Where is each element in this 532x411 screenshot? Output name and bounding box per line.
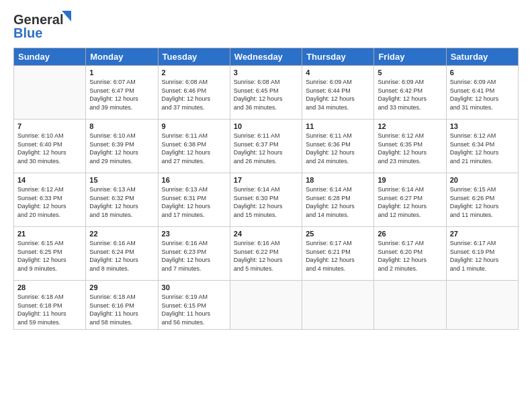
- day-number: 26: [378, 230, 442, 238]
- day-info: Sunrise: 6:15 AM Sunset: 6:26 PM Dayligh…: [450, 185, 515, 219]
- calendar-cell: [14, 66, 86, 120]
- calendar-cell: 3Sunrise: 6:08 AM Sunset: 6:45 PM Daylig…: [230, 66, 302, 120]
- logo: GeneralBlue: [13, 11, 74, 41]
- calendar-cell: 6Sunrise: 6:09 AM Sunset: 6:41 PM Daylig…: [446, 66, 518, 120]
- calendar: SundayMondayTuesdayWednesdayThursdayFrid…: [13, 48, 519, 330]
- day-info: Sunrise: 6:10 AM Sunset: 6:40 PM Dayligh…: [17, 132, 82, 165]
- day-info: Sunrise: 6:13 AM Sunset: 6:32 PM Dayligh…: [89, 185, 154, 219]
- col-header-monday: Monday: [86, 48, 158, 66]
- calendar-header-row: SundayMondayTuesdayWednesdayThursdayFrid…: [14, 48, 519, 66]
- day-info: Sunrise: 6:09 AM Sunset: 6:44 PM Dayligh…: [306, 78, 370, 111]
- calendar-cell: 9Sunrise: 6:11 AM Sunset: 6:38 PM Daylig…: [158, 120, 230, 173]
- day-number: 15: [89, 176, 154, 184]
- page: GeneralBlue SundayMondayTuesdayWednesday…: [0, 0, 532, 411]
- calendar-cell: 19Sunrise: 6:14 AM Sunset: 6:27 PM Dayli…: [374, 173, 446, 227]
- day-number: 7: [17, 122, 82, 130]
- col-header-sunday: Sunday: [14, 48, 86, 66]
- svg-text:General: General: [13, 12, 63, 27]
- day-number: 4: [306, 68, 370, 77]
- calendar-cell: 25Sunrise: 6:17 AM Sunset: 6:21 PM Dayli…: [302, 227, 374, 281]
- day-info: Sunrise: 6:16 AM Sunset: 6:23 PM Dayligh…: [162, 239, 226, 273]
- day-number: 24: [234, 230, 298, 238]
- calendar-cell: 8Sunrise: 6:10 AM Sunset: 6:39 PM Daylig…: [86, 120, 158, 173]
- day-number: 19: [378, 176, 442, 184]
- day-info: Sunrise: 6:08 AM Sunset: 6:46 PM Dayligh…: [162, 78, 226, 111]
- calendar-cell: 26Sunrise: 6:17 AM Sunset: 6:20 PM Dayli…: [374, 227, 446, 281]
- day-number: 20: [450, 176, 515, 184]
- day-number: 16: [162, 176, 226, 184]
- calendar-cell: 23Sunrise: 6:16 AM Sunset: 6:23 PM Dayli…: [158, 227, 230, 281]
- calendar-cell: 27Sunrise: 6:17 AM Sunset: 6:19 PM Dayli…: [446, 227, 518, 281]
- day-info: Sunrise: 6:18 AM Sunset: 6:16 PM Dayligh…: [89, 293, 154, 326]
- day-number: 21: [17, 230, 82, 238]
- calendar-cell: 12Sunrise: 6:12 AM Sunset: 6:35 PM Dayli…: [374, 120, 446, 173]
- day-number: 18: [306, 176, 370, 184]
- day-number: 10: [234, 122, 298, 130]
- calendar-cell: [446, 281, 518, 330]
- calendar-cell: 20Sunrise: 6:15 AM Sunset: 6:26 PM Dayli…: [446, 173, 518, 227]
- day-info: Sunrise: 6:14 AM Sunset: 6:30 PM Dayligh…: [234, 185, 298, 219]
- day-info: Sunrise: 6:12 AM Sunset: 6:35 PM Dayligh…: [378, 132, 442, 165]
- day-number: 29: [89, 283, 154, 291]
- day-number: 28: [17, 283, 82, 291]
- logo-svg: GeneralBlue: [13, 11, 74, 41]
- calendar-cell: [230, 281, 302, 330]
- calendar-cell: 2Sunrise: 6:08 AM Sunset: 6:46 PM Daylig…: [158, 66, 230, 120]
- day-info: Sunrise: 6:18 AM Sunset: 6:18 PM Dayligh…: [17, 293, 82, 326]
- col-header-thursday: Thursday: [302, 48, 374, 66]
- col-header-tuesday: Tuesday: [158, 48, 230, 66]
- calendar-cell: 10Sunrise: 6:11 AM Sunset: 6:37 PM Dayli…: [230, 120, 302, 173]
- calendar-cell: 13Sunrise: 6:12 AM Sunset: 6:34 PM Dayli…: [446, 120, 518, 173]
- day-info: Sunrise: 6:10 AM Sunset: 6:39 PM Dayligh…: [89, 132, 154, 165]
- day-info: Sunrise: 6:14 AM Sunset: 6:28 PM Dayligh…: [306, 185, 370, 219]
- calendar-cell: 28Sunrise: 6:18 AM Sunset: 6:18 PM Dayli…: [14, 281, 86, 330]
- day-info: Sunrise: 6:19 AM Sunset: 6:15 PM Dayligh…: [162, 293, 226, 326]
- day-info: Sunrise: 6:16 AM Sunset: 6:22 PM Dayligh…: [234, 239, 298, 273]
- day-info: Sunrise: 6:09 AM Sunset: 6:42 PM Dayligh…: [378, 78, 442, 111]
- week-row-5: 28Sunrise: 6:18 AM Sunset: 6:18 PM Dayli…: [14, 281, 519, 330]
- header: GeneralBlue: [13, 11, 519, 41]
- col-header-friday: Friday: [374, 48, 446, 66]
- calendar-cell: [302, 281, 374, 330]
- week-row-4: 21Sunrise: 6:15 AM Sunset: 6:25 PM Dayli…: [14, 227, 519, 281]
- day-info: Sunrise: 6:17 AM Sunset: 6:20 PM Dayligh…: [378, 239, 442, 273]
- day-info: Sunrise: 6:12 AM Sunset: 6:34 PM Dayligh…: [450, 132, 515, 165]
- calendar-cell: 30Sunrise: 6:19 AM Sunset: 6:15 PM Dayli…: [158, 281, 230, 330]
- calendar-cell: 15Sunrise: 6:13 AM Sunset: 6:32 PM Dayli…: [86, 173, 158, 227]
- day-number: 8: [89, 122, 154, 130]
- day-number: 25: [306, 230, 370, 238]
- calendar-cell: 29Sunrise: 6:18 AM Sunset: 6:16 PM Dayli…: [86, 281, 158, 330]
- calendar-cell: 24Sunrise: 6:16 AM Sunset: 6:22 PM Dayli…: [230, 227, 302, 281]
- calendar-cell: 16Sunrise: 6:13 AM Sunset: 6:31 PM Dayli…: [158, 173, 230, 227]
- day-number: 9: [162, 122, 226, 130]
- day-number: 27: [450, 230, 515, 238]
- col-header-wednesday: Wednesday: [230, 48, 302, 66]
- day-info: Sunrise: 6:12 AM Sunset: 6:33 PM Dayligh…: [17, 185, 82, 219]
- day-number: 14: [17, 176, 82, 184]
- day-number: 13: [450, 122, 515, 130]
- day-info: Sunrise: 6:09 AM Sunset: 6:41 PM Dayligh…: [450, 78, 515, 111]
- day-number: 3: [234, 68, 298, 77]
- calendar-cell: 21Sunrise: 6:15 AM Sunset: 6:25 PM Dayli…: [14, 227, 86, 281]
- svg-text:Blue: Blue: [13, 26, 42, 40]
- calendar-cell: 17Sunrise: 6:14 AM Sunset: 6:30 PM Dayli…: [230, 173, 302, 227]
- day-number: 23: [162, 230, 226, 238]
- calendar-cell: 11Sunrise: 6:11 AM Sunset: 6:36 PM Dayli…: [302, 120, 374, 173]
- day-number: 2: [162, 68, 226, 77]
- col-header-saturday: Saturday: [446, 48, 518, 66]
- day-info: Sunrise: 6:17 AM Sunset: 6:21 PM Dayligh…: [306, 239, 370, 273]
- day-info: Sunrise: 6:11 AM Sunset: 6:37 PM Dayligh…: [234, 132, 298, 165]
- day-info: Sunrise: 6:16 AM Sunset: 6:24 PM Dayligh…: [89, 239, 154, 273]
- calendar-cell: 14Sunrise: 6:12 AM Sunset: 6:33 PM Dayli…: [14, 173, 86, 227]
- day-info: Sunrise: 6:11 AM Sunset: 6:38 PM Dayligh…: [162, 132, 226, 165]
- calendar-cell: 7Sunrise: 6:10 AM Sunset: 6:40 PM Daylig…: [14, 120, 86, 173]
- day-info: Sunrise: 6:14 AM Sunset: 6:27 PM Dayligh…: [378, 185, 442, 219]
- day-number: 17: [234, 176, 298, 184]
- day-number: 12: [378, 122, 442, 130]
- calendar-cell: 22Sunrise: 6:16 AM Sunset: 6:24 PM Dayli…: [86, 227, 158, 281]
- week-row-1: 1Sunrise: 6:07 AM Sunset: 6:47 PM Daylig…: [14, 66, 519, 120]
- day-number: 5: [378, 68, 442, 77]
- calendar-cell: [374, 281, 446, 330]
- calendar-cell: 1Sunrise: 6:07 AM Sunset: 6:47 PM Daylig…: [86, 66, 158, 120]
- day-number: 22: [89, 230, 154, 238]
